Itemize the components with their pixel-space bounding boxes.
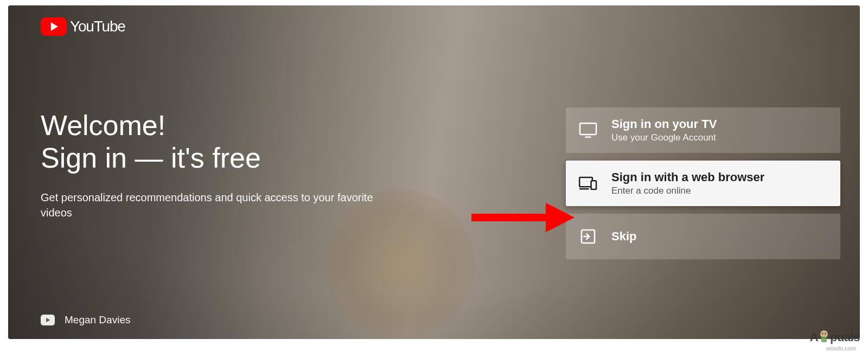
sign-in-tv-title: Sign in on your TV bbox=[611, 117, 717, 131]
skip-button[interactable]: Skip bbox=[566, 214, 840, 259]
watermark-text-right: puals bbox=[830, 330, 860, 344]
welcome-subtitle: Get personalized recommendations and qui… bbox=[41, 190, 377, 220]
sign-in-tv-subtitle: Use your Google Account bbox=[611, 132, 717, 143]
devices-icon bbox=[578, 173, 598, 194]
svg-rect-10 bbox=[821, 337, 827, 342]
sign-in-browser-title: Sign in with a web browser bbox=[611, 170, 764, 184]
youtube-play-icon bbox=[41, 17, 67, 36]
youtube-small-icon bbox=[41, 315, 55, 325]
watermark-mascot-icon bbox=[818, 329, 830, 343]
svg-point-9 bbox=[820, 330, 828, 338]
welcome-heading-line1: Welcome! bbox=[41, 110, 165, 141]
svg-rect-4 bbox=[591, 181, 597, 189]
sign-in-options: Sign in on your TV Use your Google Accou… bbox=[566, 107, 840, 259]
watermark-logo: Apuals bbox=[810, 329, 860, 344]
exit-icon bbox=[578, 226, 598, 247]
svg-point-12 bbox=[825, 333, 826, 334]
video-credit: Megan Davies bbox=[41, 314, 130, 326]
youtube-logo: YouTube bbox=[41, 17, 125, 36]
sign-in-screen: YouTube Welcome! Sign in — it's free Get… bbox=[8, 5, 860, 339]
svg-point-11 bbox=[822, 333, 823, 334]
sign-in-tv-button[interactable]: Sign in on your TV Use your Google Accou… bbox=[566, 107, 840, 153]
watermark-text-left: A bbox=[810, 330, 818, 344]
skip-title: Skip bbox=[611, 229, 636, 244]
welcome-heading-line2: Sign in — it's free bbox=[41, 142, 261, 174]
credit-channel-name: Megan Davies bbox=[65, 314, 130, 326]
youtube-wordmark: YouTube bbox=[70, 18, 125, 35]
welcome-heading: Welcome! Sign in — it's free bbox=[41, 110, 377, 175]
welcome-block: Welcome! Sign in — it's free Get persona… bbox=[41, 110, 377, 220]
domain-watermark: wsxdn.com bbox=[826, 345, 856, 351]
svg-rect-0 bbox=[580, 123, 596, 135]
sign-in-browser-subtitle: Enter a code online bbox=[611, 186, 764, 196]
sign-in-browser-button[interactable]: Sign in with a web browser Enter a code … bbox=[566, 161, 840, 206]
tv-icon bbox=[578, 120, 598, 140]
